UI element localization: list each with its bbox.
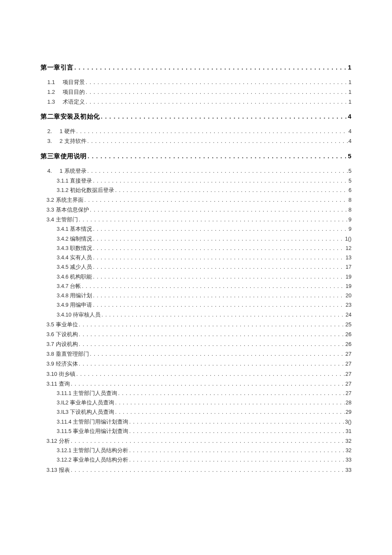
toc-entry: 1.3术语定义1 xyxy=(40,97,352,107)
toc-page-number: 9 xyxy=(349,215,352,224)
toc-leader-dots xyxy=(101,310,345,320)
toc-label: 第二章安装及初始化 xyxy=(40,113,100,121)
toc-page-number: 24 xyxy=(346,310,352,320)
toc-number: 1.2 xyxy=(47,87,55,97)
toc-entry: 3.4.9 用编申请23 xyxy=(40,300,352,310)
toc-entry: 第三章使用说明5 xyxy=(40,152,352,160)
toc-leader-dots xyxy=(90,205,348,215)
toc-page-number: 8 xyxy=(349,195,352,205)
toc-leader-dots xyxy=(86,97,348,107)
toc-page-number: 12 xyxy=(346,244,352,253)
toc-label: 3.5 事业单位 xyxy=(46,320,78,329)
toc-leader-dots xyxy=(115,398,345,407)
toc-label: 2.1 硬件 xyxy=(47,127,75,137)
toc-entry: 2.1 硬件4 xyxy=(40,127,352,137)
toc-page-number: 33 xyxy=(346,465,352,475)
toc-leader-dots xyxy=(71,465,345,475)
toc-label: 3.9 经济实体 xyxy=(46,359,78,369)
toc-leader-dots xyxy=(129,455,345,465)
toc-text: 1 系统登录 xyxy=(60,168,86,174)
toc-label: 3.12 分析 xyxy=(46,436,70,446)
toc-label: 第一章引言 xyxy=(40,64,74,72)
toc-label: 3.IL3 下设机构人员查询 xyxy=(57,407,114,417)
toc-leader-dots xyxy=(79,339,345,349)
toc-leader-dots xyxy=(93,262,345,272)
toc-label: 3.4.1 基本情况 xyxy=(57,224,92,234)
toc-entry: 3.1.2 初始化数据后登录6 xyxy=(40,186,352,195)
toc-entry: 4.1 系统登录5 xyxy=(40,166,352,176)
toc-leader-dots xyxy=(115,186,348,195)
toc-leader-dots xyxy=(86,78,348,87)
toc-entry: 3.11.1 主管部门人员查询27 xyxy=(40,389,352,398)
toc-entry: 3.3 基本信息保护8 xyxy=(40,205,352,215)
toc-page-number: 17 xyxy=(346,262,352,272)
toc-page-number: 23 xyxy=(346,300,352,310)
toc-page-number: 1() xyxy=(345,234,352,244)
toc-label: 3.IL2 事业单位人员查询 xyxy=(57,398,114,407)
toc-entry: 3.4.8 用编计划20 xyxy=(40,291,352,300)
toc-leader-dots xyxy=(87,166,348,176)
toc-label: 3.4.8 用编计划 xyxy=(57,291,92,300)
toc-entry: 3.IL3 下设机构人员查询29 xyxy=(40,407,352,417)
toc-label: 3.1.2 初始化数据后登录 xyxy=(57,186,114,195)
toc-page-number: 31 xyxy=(346,427,352,436)
toc-page-number: 33 xyxy=(346,455,352,465)
toc-label: 第三章使用说明 xyxy=(40,152,87,160)
toc-leader-dots xyxy=(93,224,348,234)
toc-leader-dots xyxy=(93,300,345,310)
toc-leader-dots xyxy=(93,272,345,282)
toc-number: 1.3 xyxy=(47,97,55,107)
toc-page-number: 4 xyxy=(349,137,352,146)
toc-page-number: 6 xyxy=(349,186,352,195)
toc-entry: 3.4.7 台帐19 xyxy=(40,282,352,291)
toc-page-number: 5 xyxy=(349,176,352,186)
toc-page-number: 1 xyxy=(348,64,352,71)
toc-entry: 第一章引言1 xyxy=(40,64,352,72)
toc-entry: 3.11.5 事业单位用编计划查询31 xyxy=(40,427,352,436)
toc-entry: 3.4.10 待审核人员24 xyxy=(40,310,352,320)
toc-entry: 3.4.5 减少人员17 xyxy=(40,262,352,272)
toc-entry: 3.11.4 主管部门用编计划查询3() xyxy=(40,417,352,427)
toc-entry: 3.12 分析32 xyxy=(40,436,352,446)
table-of-contents: 第一章引言11.1项目背景11.2项目目的11.3术语定义1第二章安装及初始化4… xyxy=(40,64,352,475)
toc-entry: 3.11 查询27 xyxy=(40,379,352,389)
toc-page-number: 4 xyxy=(349,127,352,137)
toc-entry: 第二章安装及初始化4 xyxy=(40,113,352,121)
toc-entry: 3.13 报表33 xyxy=(40,465,352,475)
toc-entry: 3.IL2 事业单位人员查询28 xyxy=(40,398,352,407)
toc-entry: 3.4 主管部门9 xyxy=(40,215,352,224)
toc-leader-dots xyxy=(87,137,348,146)
toc-label: 3.11 查询 xyxy=(46,379,70,389)
toc-leader-dots xyxy=(79,215,348,224)
toc-leader-dots xyxy=(86,87,348,97)
toc-leader-dots xyxy=(101,113,347,120)
toc-page-number: 3() xyxy=(345,417,352,427)
toc-leader-dots xyxy=(93,176,348,186)
toc-label: 3.1.1 直接登录 xyxy=(57,176,92,186)
toc-number: 2. xyxy=(47,127,52,137)
toc-page-number: 8 xyxy=(349,205,352,215)
toc-entry: 3.5 事业单位25 xyxy=(40,320,352,329)
toc-label: 1.1项目背景 xyxy=(47,78,85,87)
toc-label: 3.11.1 主管部门人员查询 xyxy=(57,389,117,398)
toc-entry: 3.4.4 实有人员13 xyxy=(40,253,352,262)
toc-leader-dots xyxy=(75,64,347,71)
toc-number: 1.1 xyxy=(47,78,55,87)
toc-label: 3.4.5 减少人员 xyxy=(57,262,92,272)
toc-label: 3.4.2 编制情况 xyxy=(57,234,92,244)
toc-page-number: 29 xyxy=(346,407,352,417)
toc-label: 3.4.10 待审核人员 xyxy=(57,310,101,320)
toc-label: 4.1 系统登录 xyxy=(47,166,86,176)
toc-text: 2 支持软件 xyxy=(60,138,86,144)
toc-label: 3.12.1 主管部门人员结构分析 xyxy=(57,446,128,455)
toc-leader-dots xyxy=(129,417,344,427)
toc-label: 3.2 支持软件 xyxy=(47,137,86,146)
toc-entry: 3.4.6 机构职能19 xyxy=(40,272,352,282)
toc-entry: 1.1项目背景1 xyxy=(40,78,352,87)
toc-label: 3.2 系统主界面 xyxy=(46,195,84,205)
toc-label: 3.10 街乡镇 xyxy=(46,369,75,379)
toc-page-number: 19 xyxy=(346,282,352,291)
toc-label: 3.8 垂直管理部门 xyxy=(46,349,89,359)
toc-leader-dots xyxy=(115,407,345,417)
toc-label: 3.4 主管部门 xyxy=(46,215,78,224)
